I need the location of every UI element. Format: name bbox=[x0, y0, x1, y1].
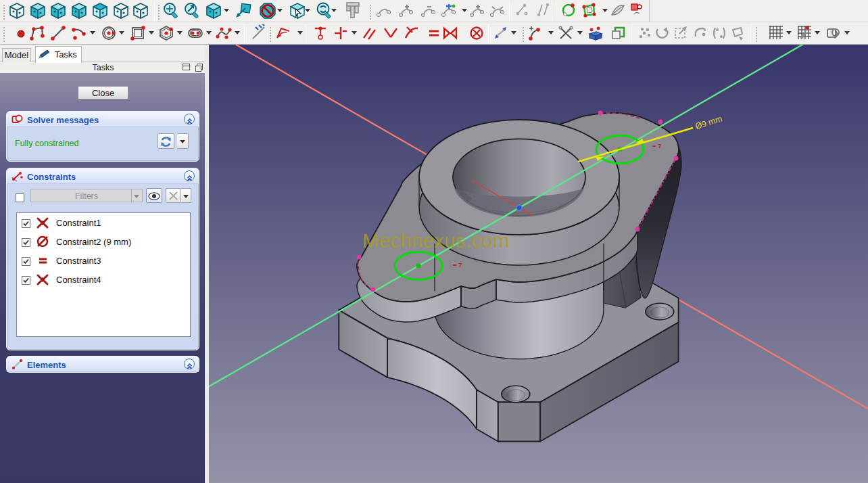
svg-text:Mechnexus.com: Mechnexus.com bbox=[362, 230, 510, 252]
svg-text:= 7: = 7 bbox=[453, 261, 462, 269]
svg-text:= 7: = 7 bbox=[652, 142, 661, 150]
